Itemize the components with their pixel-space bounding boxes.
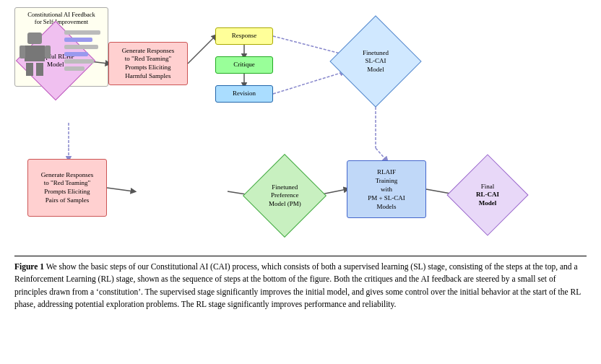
svg-line-7	[376, 148, 386, 160]
response-label: Response	[232, 32, 257, 40]
doc-lines	[64, 30, 104, 74]
generate1-label: Generate Responsesto "Red Teaming"Prompt…	[122, 47, 175, 81]
robot-arm-right	[45, 46, 51, 58]
robot-arm-left	[20, 46, 25, 58]
diagram: Helpful RLHF Model Generate Responsesto …	[14, 7, 587, 253]
constitutional-img	[15, 27, 108, 77]
caption-text: We show the basic steps of our Constitut…	[14, 262, 581, 308]
svg-line-1	[188, 36, 215, 64]
robot-leg-right	[36, 63, 43, 76]
pm-label: FinetunedPreferenceModel (PM)	[266, 181, 304, 211]
constitutional-title: Constitutional AI Feedbackfor Self-Impro…	[15, 8, 108, 27]
robot-body	[25, 46, 45, 61]
revision-label: Revision	[233, 90, 256, 98]
finalrl-shape: FinalRL-CAIModel	[459, 166, 516, 224]
caption-label: Figure 1	[14, 262, 44, 271]
critique-rect: Critique	[215, 56, 273, 74]
generate1-rect: Generate Responsesto "Red Teaming"Prompt…	[108, 42, 188, 85]
response-rect: Response	[215, 27, 273, 45]
slcai-shape: FinetunedSL-CAIModel	[343, 29, 408, 94]
generate2-rect: Generate Responsesto "Red Teaming"Prompt…	[27, 159, 107, 217]
robot-leg-left	[26, 63, 33, 76]
generate2-label: Generate Responsesto "Red Teaming"Prompt…	[41, 171, 94, 205]
constitutional-rect: Constitutional AI Feedbackfor Self-Impro…	[14, 7, 108, 87]
robot-figure	[19, 32, 51, 76]
svg-line-4	[273, 72, 343, 94]
figure-caption: Figure 1 We show the basic steps of our …	[14, 256, 587, 311]
critique-label: Critique	[233, 61, 255, 69]
revision-rect: Revision	[215, 85, 273, 103]
rlaif-label: RLAIFTrainingwithPM + SL-CAIModels	[368, 168, 405, 212]
robot-head	[27, 32, 42, 44]
svg-line-10	[107, 188, 134, 191]
rlaif-rect: RLAIFTrainingwithPM + SL-CAIModels	[347, 160, 426, 218]
svg-line-5	[273, 36, 343, 54]
slcai-label: FinetunedSL-CAIModel	[360, 46, 392, 77]
page: Helpful RLHF Model Generate Responsesto …	[0, 0, 601, 364]
pm-shape: FinetunedPreferenceModel (PM)	[255, 166, 314, 225]
finalrl-label: FinalRL-CAIModel	[473, 180, 502, 210]
